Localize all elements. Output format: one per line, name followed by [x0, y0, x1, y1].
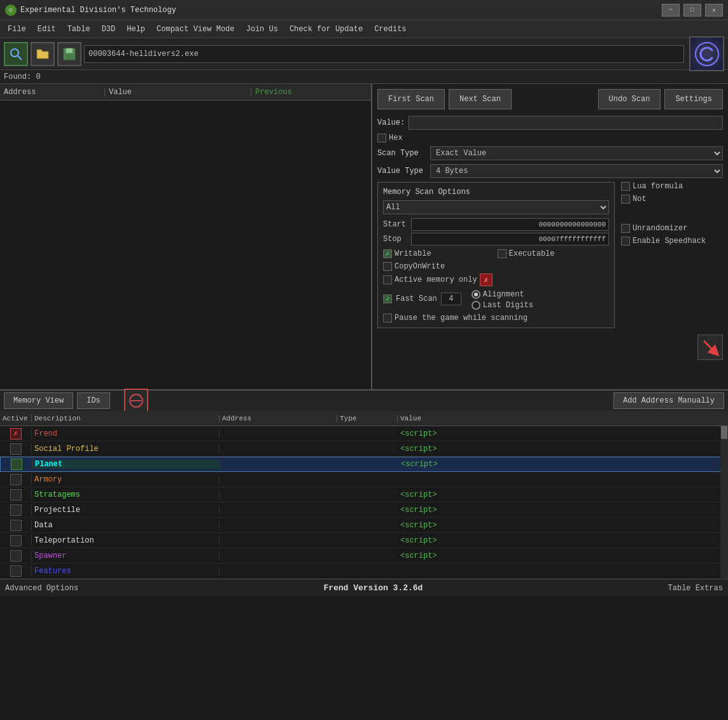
lua-formula-checkbox[interactable] [621, 182, 630, 191]
table-row[interactable]: ✗ Frend <script> [0, 426, 728, 441]
start-input[interactable] [411, 218, 609, 231]
copy-on-write-checkbox[interactable] [383, 262, 392, 271]
hex-checkbox[interactable] [377, 134, 386, 142]
advanced-options[interactable]: Advanced Options [5, 584, 78, 593]
arrow-down-right-button[interactable] [697, 335, 723, 360]
active-memory-x-button[interactable]: ✗ [480, 273, 493, 286]
minimize-button[interactable]: ─ [662, 4, 680, 17]
maximize-button[interactable]: □ [683, 4, 701, 17]
speedhack-checkbox[interactable] [621, 237, 630, 246]
ids-button[interactable]: IDs [77, 392, 110, 409]
active-check-empty[interactable] [10, 489, 22, 501]
menu-file[interactable]: File [3, 23, 31, 36]
table-extras[interactable]: Table Extras [668, 584, 723, 593]
menu-compact-view[interactable]: Compact View Mode [151, 23, 239, 36]
copy-on-write-option[interactable]: CopyOnWrite [383, 262, 609, 271]
active-check-empty[interactable] [10, 520, 22, 531]
scrollbar-track[interactable] [720, 426, 728, 579]
active-cell [0, 504, 32, 516]
pause-game-option[interactable]: Pause the game while scanning [383, 314, 609, 322]
menu-check-update[interactable]: Check for Update [284, 23, 368, 36]
start-stop-rows: Start Stop [383, 218, 609, 246]
active-check-empty[interactable] [10, 504, 22, 516]
undo-scan-button[interactable]: Undo Scan [598, 89, 661, 109]
first-scan-button[interactable]: First Scan [377, 89, 445, 109]
save-button[interactable] [57, 42, 81, 66]
scrollbar-thumb[interactable] [721, 426, 727, 439]
last-digits-radio[interactable]: Last Digits [472, 301, 533, 310]
add-address-manually-button[interactable]: Add Address Manually [613, 392, 724, 409]
found-count: Found: 0 [4, 73, 41, 81]
menu-table[interactable]: Table [62, 23, 95, 36]
not-item[interactable]: Not [621, 195, 723, 204]
value-input[interactable] [409, 116, 723, 130]
unrandomizer-checkbox[interactable] [621, 224, 630, 233]
memory-scan-type-select[interactable]: All [383, 200, 609, 214]
menu-join-us[interactable]: Join Us [241, 23, 283, 36]
active-cell [0, 474, 32, 485]
table-row[interactable]: Stratagems <script> [0, 487, 728, 502]
pause-game-checkbox[interactable] [383, 314, 392, 322]
table-row[interactable]: Projectile <script> [0, 502, 728, 518]
close-button[interactable]: ✕ [705, 4, 723, 17]
active-check-empty[interactable] [10, 474, 22, 485]
executable-option[interactable]: Executable [498, 249, 610, 258]
next-scan-button[interactable]: Next Scan [449, 89, 512, 109]
menu-edit[interactable]: Edit [32, 23, 61, 36]
fast-scan-input[interactable] [441, 293, 461, 305]
value-type-select[interactable]: 4 Bytes [430, 164, 723, 178]
active-check-empty[interactable] [10, 550, 22, 562]
svg-line-1 [18, 56, 22, 60]
status-bar: Advanced Options Frend Version 3.2.6d Ta… [0, 579, 728, 597]
open-file-button[interactable] [31, 42, 55, 66]
menu-credits[interactable]: Credits [369, 23, 411, 36]
not-checkbox[interactable] [621, 195, 630, 204]
settings-button[interactable]: Settings [664, 89, 723, 109]
last-digits-radio-btn[interactable] [472, 301, 480, 310]
table-row[interactable]: Planet <script> [0, 457, 728, 472]
unrandomizer-item[interactable]: Unrandomizer [621, 224, 723, 233]
alignment-radio[interactable]: Alignment [472, 290, 533, 299]
active-check-empty[interactable] [10, 565, 22, 577]
memory-scan-title: Memory Scan Options [383, 188, 609, 197]
table-row[interactable]: Social Profile <script> [0, 441, 728, 457]
active-check-x[interactable]: ✗ [10, 428, 22, 440]
scan-type-label: Scan Type [377, 149, 425, 158]
menu-d3d[interactable]: D3D [97, 23, 121, 36]
fast-scan-label: Fast Scan [396, 294, 437, 303]
active-check-empty[interactable] [10, 443, 22, 455]
value-cell: <script> [398, 521, 728, 530]
value-cell: <script> [398, 445, 728, 453]
value-cell: <script> [398, 460, 727, 469]
fast-scan-checkbox[interactable] [383, 294, 392, 303]
alignment-radio-btn[interactable] [472, 290, 480, 299]
writable-option[interactable]: Writable [383, 249, 495, 258]
memory-view-button[interactable]: Memory View [4, 392, 73, 409]
stop-input[interactable] [411, 233, 609, 246]
lua-formula-item[interactable]: Lua formula [621, 182, 723, 191]
th-value: Value [398, 415, 728, 422]
writable-checkbox[interactable] [383, 249, 392, 258]
executable-checkbox[interactable] [498, 249, 507, 258]
description-cell: Teleportation [32, 536, 220, 545]
active-check-empty[interactable] [10, 535, 22, 546]
value-label: Value: [377, 118, 405, 127]
table-row[interactable]: Features [0, 564, 728, 579]
value-cell: <script> [398, 506, 728, 515]
table-row[interactable]: Data <script> [0, 518, 728, 533]
speedhack-item[interactable]: Enable Speedhack [621, 237, 723, 246]
scan-type-select[interactable]: Exact Value [430, 146, 723, 160]
open-process-button[interactable] [4, 42, 28, 66]
save-icon [62, 46, 77, 62]
alignment-label: Alignment [483, 290, 524, 299]
active-memory-checkbox[interactable] [383, 275, 392, 284]
active-check-filled[interactable] [11, 459, 22, 470]
table-row[interactable]: Spawner <script> [0, 548, 728, 564]
table-row[interactable]: Armory [0, 472, 728, 487]
cancel-scan-button[interactable] [124, 389, 148, 413]
left-panel: Address Value Previous [0, 84, 372, 389]
pause-game-label: Pause the game while scanning [395, 314, 528, 322]
unrandomizer-label: Unrandomizer [633, 224, 687, 233]
menu-help[interactable]: Help [122, 23, 150, 36]
table-row[interactable]: Teleportation <script> [0, 533, 728, 548]
